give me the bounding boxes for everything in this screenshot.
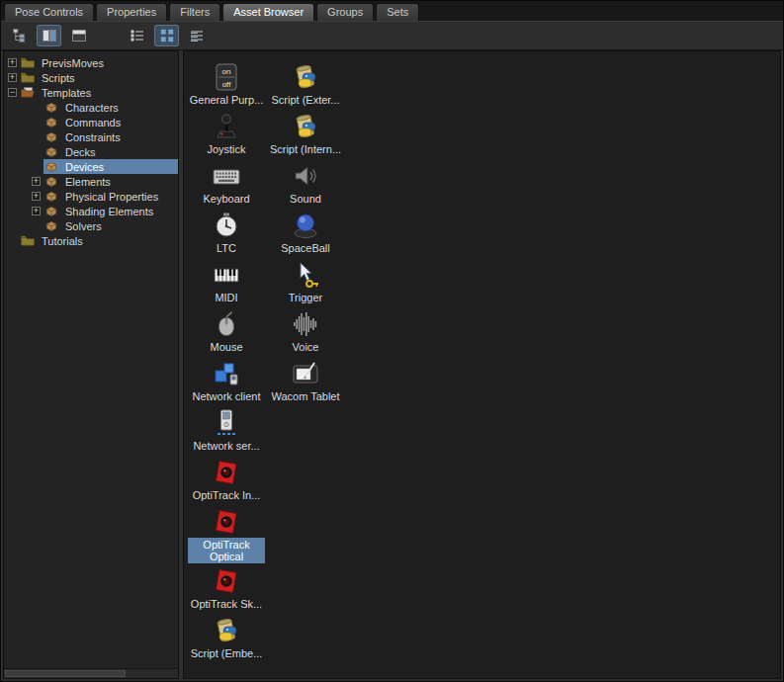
asset-item-ltc[interactable]: LTC — [187, 210, 266, 259]
ltc-icon — [211, 210, 242, 241]
toolbar-button-large-icons-view[interactable] — [154, 25, 179, 46]
tree-indent — [4, 211, 30, 212]
asset-item-script-embe[interactable]: Script (Embe... — [187, 615, 266, 664]
tab-label: Groups — [327, 6, 363, 18]
tree-item-label: Solvers — [62, 220, 105, 232]
tree-item-elements[interactable]: + Elements — [4, 174, 178, 189]
tree-indent — [4, 107, 30, 108]
tree-item-body: Characters — [44, 100, 178, 115]
asset-item-general-purp[interactable]: onoff General Purp... — [187, 61, 266, 111]
asset-item-trigger[interactable]: Trigger — [266, 259, 345, 308]
tab-filters[interactable]: Filters — [169, 3, 220, 21]
keyboard-icon — [211, 160, 242, 192]
tab-properties[interactable]: Properties — [96, 3, 167, 21]
tree-item-devices[interactable]: Devices — [4, 159, 178, 174]
tab-sets[interactable]: Sets — [376, 3, 419, 21]
folder-open-icon — [20, 85, 36, 100]
tree-item-shading-elements[interactable]: + Shading Elements — [4, 204, 178, 218]
tree-expander-icon[interactable]: + — [8, 73, 17, 82]
tree-item-label: Physical Properties — [62, 191, 161, 203]
tab-asset-browser[interactable]: Asset Browser — [222, 3, 314, 21]
tree-indent — [4, 196, 30, 197]
asset-item-optitrack-optical[interactable]: OptiTrack Optical — [187, 506, 266, 565]
tree-indent — [4, 240, 6, 241]
tree-item-templates[interactable]: − Templates — [4, 85, 178, 100]
tree-indent — [4, 225, 30, 226]
asset-item-sound[interactable]: Sound — [266, 160, 345, 210]
toolbar-button-hierarchy-view[interactable] — [7, 25, 32, 46]
asset-item-joystick[interactable]: Joystick — [187, 111, 266, 160]
asset-item-optitrack-sk[interactable]: OptiTrack Sk... — [187, 565, 266, 615]
tree-item-decks[interactable]: Decks — [4, 144, 178, 159]
tree-item-body: Physical Properties — [44, 189, 178, 204]
asset-item-keyboard[interactable]: Keyboard — [187, 160, 266, 210]
asset-icon — [44, 115, 59, 129]
tab-label: Asset Browser — [233, 6, 304, 18]
folder-icon — [20, 55, 36, 70]
tree-item-body: Devices — [44, 159, 178, 174]
mouse-icon — [211, 308, 242, 340]
tree-item-scripts[interactable]: + Scripts — [4, 70, 178, 85]
tree-expander-icon[interactable]: + — [32, 177, 41, 186]
asset-item-voice[interactable]: Voice — [266, 308, 345, 358]
toolbar-button-one-pane-view[interactable] — [66, 25, 91, 46]
folder-tree: + PrevisMoves + Scripts − Templates Char… — [4, 51, 178, 668]
tree-expander-icon[interactable]: − — [8, 88, 17, 97]
tree-item-physical-properties[interactable]: + Physical Properties — [4, 189, 178, 204]
asset-item-script-exter[interactable]: Script (Exter... — [266, 61, 345, 111]
tab-label: Sets — [387, 6, 408, 18]
asset-item-label: General Purp... — [188, 93, 266, 107]
asset-item-mouse[interactable]: Mouse — [187, 308, 266, 358]
asset-item-network-client[interactable]: Network client — [187, 358, 266, 407]
asset-item-midi[interactable]: MIDI — [187, 259, 266, 308]
asset-item-label: Script (Exter... — [269, 93, 341, 107]
asset-item-label: Trigger — [287, 291, 324, 304]
scrollbar-thumb[interactable] — [5, 670, 126, 677]
toolbar-button-small-icons-view[interactable] — [125, 25, 149, 46]
asset-item-network-ser[interactable]: Network ser... — [187, 407, 266, 457]
tree-indent — [4, 166, 30, 167]
asset-item-wacom-tablet[interactable]: Wacom Tablet — [266, 358, 345, 407]
tab-pose-controls[interactable]: Pose Controls — [4, 3, 94, 21]
midi-icon — [211, 259, 242, 291]
asset-item-script-intern[interactable]: Script (Intern... — [266, 111, 345, 160]
tree-item-body: Scripts — [20, 70, 178, 85]
asset-item-optitrack-in[interactable]: OptiTrack In... — [187, 457, 266, 506]
asset-icon — [44, 100, 59, 115]
tab-label: Filters — [180, 6, 210, 18]
tree-item-label: Decks — [62, 146, 99, 158]
tree-horizontal-scrollbar[interactable] — [4, 668, 178, 678]
tree-item-tutorials[interactable]: Tutorials — [4, 233, 178, 248]
tree-item-body: Commands — [44, 115, 178, 129]
script-icon — [290, 61, 321, 93]
spaceball-icon — [290, 210, 321, 241]
script-icon — [290, 111, 321, 142]
toolbar-button-details-view[interactable] — [184, 25, 209, 46]
asset-item-spaceball[interactable]: SpaceBall — [266, 210, 345, 259]
sound-icon — [290, 160, 321, 192]
tree-item-characters[interactable]: Characters — [4, 100, 178, 115]
tree-item-solvers[interactable]: Solvers — [4, 218, 178, 233]
tree-expander-icon[interactable]: + — [32, 207, 41, 215]
joystick-icon — [211, 111, 242, 142]
tree-indent — [4, 151, 30, 152]
toolbar-button-two-pane-view[interactable] — [37, 25, 61, 46]
asset-icon — [44, 129, 59, 144]
asset-item-label: MIDI — [213, 291, 239, 304]
tree-item-constraints[interactable]: Constraints — [4, 129, 178, 144]
tree-item-prevismoves[interactable]: + PrevisMoves — [4, 55, 178, 70]
tree-indent — [4, 92, 6, 93]
tree-expander-icon[interactable]: + — [32, 192, 41, 201]
asset-item-label: Keyboard — [201, 192, 251, 206]
asset-grid-panel: onoff General Purp... Joystick Keyboard … — [183, 50, 781, 679]
asset-item-label: Script (Embe... — [189, 646, 265, 660]
tree-item-commands[interactable]: Commands — [4, 115, 178, 129]
tree-expander-icon[interactable]: + — [8, 58, 17, 67]
two-pane-view-icon — [42, 28, 57, 43]
tab-groups[interactable]: Groups — [316, 3, 374, 21]
content-area: + PrevisMoves + Scripts − Templates Char… — [1, 50, 783, 681]
wacom-tablet-icon — [290, 358, 321, 389]
asset-browser-window: Pose Controls Properties Filters Asset B… — [0, 0, 784, 682]
asset-item-label: OptiTrack Optical — [188, 538, 265, 563]
tree-indent — [4, 62, 6, 63]
